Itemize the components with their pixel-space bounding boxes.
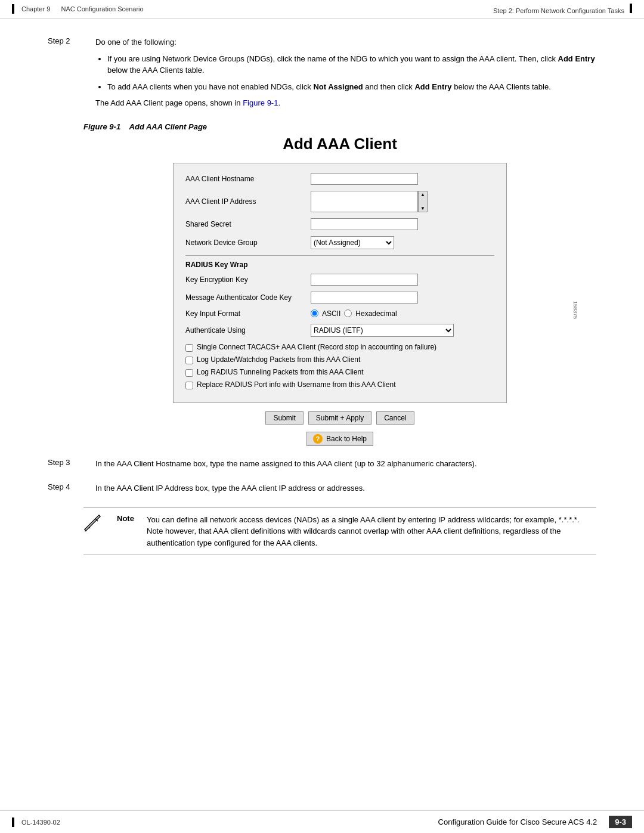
log-update-label: Log Update/Watchdog Packets from this AA… <box>197 355 360 364</box>
page-header: Chapter 9 NAC Configuration Scenario Ste… <box>0 0 644 18</box>
replace-radius-label: Replace RADIUS Port info with Username f… <box>197 380 395 389</box>
submit-apply-button[interactable]: Submit + Apply <box>308 411 371 425</box>
bullet-1: If you are using Network Device Groups (… <box>107 53 596 76</box>
note-body: Note You can define all network access d… <box>117 514 596 549</box>
back-to-help-label: Back to Help <box>326 435 367 443</box>
header-left: Chapter 9 NAC Configuration Scenario <box>12 4 144 14</box>
key-encryption-row: Key Encryption Key <box>185 274 494 286</box>
add-aaa-client-form: AAA Client Hostname AAA Client IP Addres… <box>173 163 507 403</box>
hexadecimal-label: Hexadecimal <box>355 309 397 318</box>
header-right-bar <box>630 4 632 13</box>
chapter-topic: NAC Configuration Scenario <box>61 5 143 13</box>
page-number: 9-3 <box>609 816 632 828</box>
footer-left-text: OL-14390-02 <box>21 819 60 826</box>
checkbox-row-2: Log Update/Watchdog Packets from this AA… <box>185 355 494 364</box>
step2-intro: Do one of the following: <box>95 36 596 48</box>
step4-content: In the AAA Client IP Address box, type t… <box>95 482 596 499</box>
ascii-label: ASCII <box>322 309 340 318</box>
step3-row: Step 3 In the AAA Client Hostname box, t… <box>48 458 596 475</box>
header-right: Step 2: Perform Network Configuration Ta… <box>493 4 632 14</box>
step4-text: In the AAA Client IP Address box, type t… <box>95 482 596 494</box>
mac-key-row: Message Authenticator Code Key <box>185 292 494 304</box>
mac-key-input[interactable] <box>311 292 418 304</box>
authenticate-using-label: Authenticate Using <box>185 326 305 335</box>
figure-link[interactable]: Figure 9-1 <box>243 98 278 107</box>
mac-key-label: Message Authenticator Code Key <box>185 293 305 302</box>
radius-keywrap-header: RADIUS Key Wrap <box>185 261 494 269</box>
note-container: Note You can define all network access d… <box>83 507 596 556</box>
note-pencil-icon <box>83 514 103 533</box>
figure-area: Figure 9-1 Add AAA Client Page Add AAA C… <box>83 122 596 446</box>
header-left-bar <box>12 4 14 14</box>
key-input-format-row: Key Input Format ASCII Hexadecimal <box>185 309 494 318</box>
figure-number-vertical: 158375 <box>572 301 578 319</box>
step3-content: In the AAA Client Hostname box, type the… <box>95 458 596 475</box>
scroll-up-arrow[interactable]: ▲ <box>419 191 427 198</box>
chapter-label: Chapter 9 <box>21 5 50 13</box>
page-footer: OL-14390-02 Configuration Guide for Cisc… <box>0 810 644 833</box>
footer-right-group: Configuration Guide for Cisco Secure ACS… <box>438 816 632 828</box>
note-text: You can define all network access device… <box>147 514 596 549</box>
key-input-format-group: ASCII Hexadecimal <box>311 309 397 318</box>
ndg-select[interactable]: (Not Assigned) <box>311 236 394 249</box>
log-update-checkbox[interactable] <box>185 357 193 364</box>
checkbox-row-1: Single Connect TACACS+ AAA Client (Recor… <box>185 343 494 352</box>
ip-address-row: AAA Client IP Address ▲ ▼ <box>185 191 494 212</box>
step2-label: Step 2 <box>48 36 83 114</box>
note-icon-area <box>83 514 107 549</box>
step3-label: Step 3 <box>48 458 83 475</box>
ip-address-input[interactable] <box>311 191 418 212</box>
footer-left: OL-14390-02 <box>12 817 60 827</box>
submit-button[interactable]: Submit <box>265 411 303 425</box>
note-label: Note <box>117 514 141 523</box>
ndg-label: Network Device Group <box>185 239 305 247</box>
step2-bullets: If you are using Network Device Groups (… <box>107 53 596 93</box>
header-separator <box>54 5 57 13</box>
key-input-format-label: Key Input Format <box>185 309 305 318</box>
single-connect-label: Single Connect TACACS+ AAA Client (Recor… <box>197 343 436 351</box>
hostname-input[interactable] <box>311 173 418 185</box>
help-icon: ? <box>313 434 323 444</box>
single-connect-checkbox[interactable] <box>185 344 193 352</box>
scroll-down-arrow[interactable]: ▼ <box>419 205 427 212</box>
step3-text: In the AAA Client Hostname box, type the… <box>95 458 596 470</box>
hexadecimal-radio[interactable] <box>344 309 352 317</box>
replace-radius-checkbox[interactable] <box>185 382 193 389</box>
key-encryption-input[interactable] <box>311 274 418 286</box>
page-title-section: Add AAA Client <box>83 135 596 153</box>
checkbox-row-3: Log RADIUS Tunneling Packets from this A… <box>185 368 494 377</box>
authenticate-using-row: Authenticate Using RADIUS (IETF) <box>185 324 494 337</box>
footer-right-text: Configuration Guide for Cisco Secure ACS… <box>438 817 597 826</box>
ip-address-label: AAA Client IP Address <box>185 197 305 206</box>
ndg-row: Network Device Group (Not Assigned) <box>185 236 494 249</box>
header-right-text: Step 2: Perform Network Configuration Ta… <box>493 7 624 14</box>
figure-ref: The Add AAA Client page opens, shown in … <box>95 97 596 109</box>
ip-address-wrapper: ▲ ▼ <box>311 191 428 212</box>
key-encryption-label: Key Encryption Key <box>185 275 305 284</box>
bullet-2: To add AAA clients when you have not ena… <box>107 81 596 93</box>
back-to-help-button[interactable]: ? Back to Help <box>306 432 373 446</box>
form-divider-1 <box>185 255 494 256</box>
ascii-radio[interactable] <box>311 309 318 317</box>
cancel-button[interactable]: Cancel <box>376 411 414 425</box>
shared-secret-input[interactable] <box>311 218 418 230</box>
figure-label: Figure 9-1 Add AAA Client Page <box>83 122 596 131</box>
help-section: ? Back to Help <box>83 432 596 446</box>
main-content: Step 2 Do one of the following: If you a… <box>0 18 644 585</box>
footer-left-bar <box>12 817 14 827</box>
step2-row: Step 2 Do one of the following: If you a… <box>48 36 596 114</box>
step4-label: Step 4 <box>48 482 83 499</box>
note-section: Note You can define all network access d… <box>83 507 596 556</box>
checkbox-row-4: Replace RADIUS Port info with Username f… <box>185 380 494 389</box>
form-buttons: Submit Submit + Apply Cancel <box>83 411 596 425</box>
authenticate-using-select[interactable]: RADIUS (IETF) <box>311 324 454 337</box>
ip-address-scrollbar: ▲ ▼ <box>418 191 428 212</box>
hostname-label: AAA Client Hostname <box>185 175 305 183</box>
log-radius-label: Log RADIUS Tunneling Packets from this A… <box>197 368 363 376</box>
step2-content: Do one of the following: If you are usin… <box>95 36 596 114</box>
hostname-row: AAA Client Hostname <box>185 173 494 185</box>
page-title: Add AAA Client <box>83 135 596 153</box>
log-radius-checkbox[interactable] <box>185 369 193 377</box>
step4-row: Step 4 In the AAA Client IP Address box,… <box>48 482 596 499</box>
shared-secret-row: Shared Secret <box>185 218 494 230</box>
